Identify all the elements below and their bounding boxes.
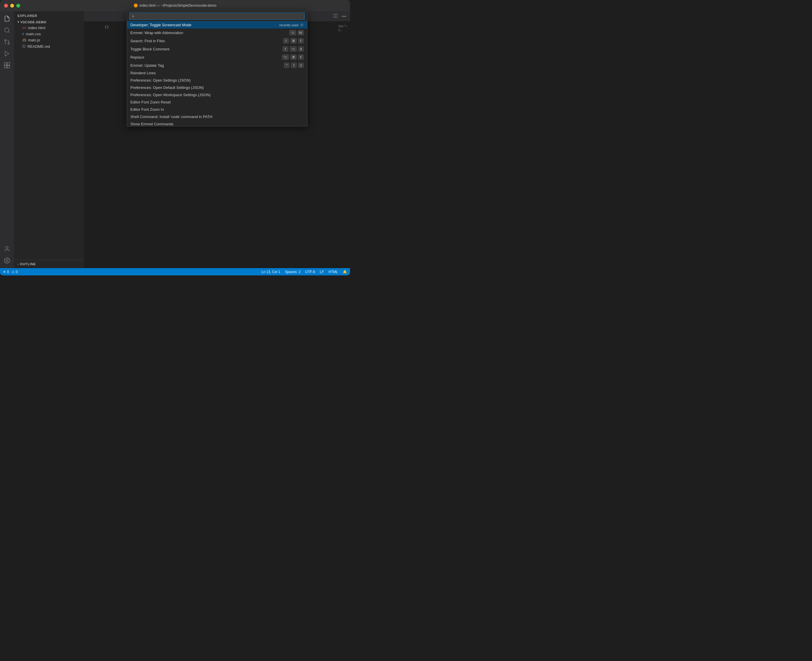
kbd-shift-5: ⇧ [291, 63, 296, 68]
file-name-js: main.js [28, 38, 40, 42]
command-right-2: ⇧ ⌘ F [283, 38, 304, 43]
status-spaces[interactable]: Spaces: 2 [285, 270, 300, 274]
svg-marker-5 [5, 51, 9, 56]
activity-explorer[interactable] [2, 13, 12, 24]
css-file-icon: # [22, 32, 24, 36]
kbd-alt-4: ⌥ [282, 54, 289, 60]
error-icon: ✕ [3, 270, 6, 274]
file-name-md: README.md [27, 44, 50, 49]
command-item-12[interactable]: Shell Command: Install 'code' command in… [127, 113, 307, 120]
file-item-css[interactable]: # main.css [14, 31, 84, 37]
command-input-wrap [127, 11, 307, 21]
command-label-3: Toggle Block Comment [130, 47, 283, 51]
svg-rect-7 [7, 63, 10, 65]
window-controls [4, 4, 20, 8]
svg-point-3 [5, 40, 6, 42]
title-text: index.html — ~/Projects/SimpleDev/vscode… [139, 3, 216, 8]
warning-count: 0 [16, 270, 18, 274]
kbd-f-4: F [298, 54, 304, 60]
status-eol[interactable]: LF [320, 270, 324, 274]
command-item-4[interactable]: Replace ⌥ ⌘ F [127, 53, 307, 61]
status-right: Ln 13, Col 1 Spaces: 2 UTF-8 LF HTML 🔔 [261, 270, 347, 274]
folder-name: VSCODE-DEMO [21, 21, 46, 24]
file-icon: 🟠 [134, 3, 138, 8]
svg-point-11 [6, 260, 8, 262]
file-name-html: index.html [28, 26, 45, 30]
kbd-shift-2: ⇧ [283, 38, 289, 43]
outline-arrow-icon: › [18, 262, 19, 266]
kbd-alt-3: ⌥ [290, 46, 296, 51]
command-item-5[interactable]: Emmet: Update Tag ^ ⇧ U [127, 61, 307, 69]
minimize-button[interactable] [10, 4, 14, 8]
kbd-u-5: U [298, 63, 304, 68]
svg-point-10 [6, 247, 8, 249]
command-label-10: Editor Font Zoom Reset [130, 100, 304, 104]
activity-extensions[interactable] [2, 60, 12, 70]
command-item-9[interactable]: Preferences: Open Workspace Settings (JS… [127, 91, 307, 99]
activity-account[interactable] [2, 244, 12, 254]
command-right-0: recently used ⚙ [279, 23, 304, 27]
activity-source-control[interactable] [2, 37, 12, 47]
activity-search[interactable] [2, 25, 12, 35]
sidebar-header: Explorer [14, 11, 84, 19]
js-file-icon: JS [22, 38, 26, 42]
file-name-css: main.css [26, 32, 41, 36]
close-button[interactable] [4, 4, 8, 8]
command-label-12: Shell Command: Install 'code' command in… [130, 115, 304, 119]
kbd-ctrl-5: ^ [284, 63, 289, 68]
command-item-11[interactable]: Editor Font Zoom In [127, 106, 307, 113]
command-item-2[interactable]: Search: Find in Files ⇧ ⌘ F [127, 37, 307, 45]
status-position[interactable]: Ln 13, Col 1 [261, 270, 280, 274]
status-notifications[interactable]: 🔔 [343, 270, 347, 274]
status-language[interactable]: HTML [328, 270, 338, 274]
kbd-f-2: F [298, 38, 304, 43]
command-item-1[interactable]: Emmet: Wrap with Abbreviation ⌥ W [127, 29, 307, 37]
command-label-1: Emmet: Wrap with Abbreviation [130, 30, 289, 35]
status-errors[interactable]: ✕ 0 ⚠ 0 [3, 270, 18, 274]
folder-vscode-demo[interactable]: ▾ VSCODE-DEMO [14, 19, 84, 25]
command-item-13[interactable]: Show Emmet Commands [127, 120, 307, 126]
activity-run-debug[interactable] [2, 48, 12, 59]
bell-icon: 🔔 [343, 270, 347, 274]
recently-used-badge: recently used [279, 23, 298, 27]
command-right-5: ^ ⇧ U [284, 63, 304, 68]
kbd-a-3: A [298, 46, 304, 51]
command-palette-input[interactable] [129, 13, 305, 20]
command-item-6[interactable]: Reindent Lines [127, 69, 307, 77]
gear-icon-0[interactable]: ⚙ [300, 23, 304, 27]
sidebar: Explorer ▾ VSCODE-DEMO <> index.html # m… [14, 11, 84, 268]
command-label-4: Replace [130, 55, 282, 59]
file-item-html[interactable]: <> index.html [14, 25, 84, 31]
maximize-button[interactable] [16, 4, 20, 8]
command-label-5: Emmet: Update Tag [130, 63, 284, 68]
kbd-alt-1: ⌥ [289, 30, 296, 35]
status-encoding[interactable]: UTF-8 [305, 270, 315, 274]
activity-bar-bottom [2, 244, 12, 268]
activity-settings[interactable] [2, 255, 12, 266]
kbd-cmd-4: ⌘ [290, 54, 296, 60]
command-list: Developer: Toggle Screencast Mode recent… [127, 21, 307, 126]
command-item-3[interactable]: Toggle Block Comment ⇧ ⌥ A [127, 45, 307, 53]
command-item-10[interactable]: Editor Font Zoom Reset [127, 99, 307, 106]
sidebar-outline[interactable]: › OUTLINE [14, 260, 84, 268]
command-palette: Developer: Toggle Screencast Mode recent… [127, 11, 308, 126]
html-file-icon: <> [22, 26, 26, 30]
titlebar: 🟠 index.html — ~/Projects/SimpleDev/vsco… [0, 0, 350, 11]
kbd-w-1: W [298, 30, 304, 35]
file-item-md[interactable]: ⓘ README.md [14, 43, 84, 50]
kbd-cmd-2: ⌘ [290, 38, 296, 43]
svg-rect-6 [4, 63, 7, 65]
command-item-7[interactable]: Preferences: Open Settings (JSON) [127, 77, 307, 84]
svg-rect-9 [7, 65, 10, 68]
status-left: ✕ 0 ⚠ 0 [3, 270, 18, 274]
editor-area: ••• dge"> h, 13 Developer: T [84, 11, 350, 268]
file-tree: ▾ VSCODE-DEMO <> index.html # main.css J… [14, 19, 84, 260]
command-label-6: Reindent Lines [130, 71, 304, 75]
command-item-8[interactable]: Preferences: Open Default Settings (JSON… [127, 84, 307, 91]
statusbar: ✕ 0 ⚠ 0 Ln 13, Col 1 Spaces: 2 UTF-8 LF … [0, 268, 350, 275]
svg-line-1 [8, 32, 9, 33]
command-item-0[interactable]: Developer: Toggle Screencast Mode recent… [127, 21, 307, 29]
file-item-js[interactable]: JS main.js [14, 37, 84, 43]
outline-label: › OUTLINE [18, 262, 80, 266]
svg-rect-8 [4, 65, 7, 68]
